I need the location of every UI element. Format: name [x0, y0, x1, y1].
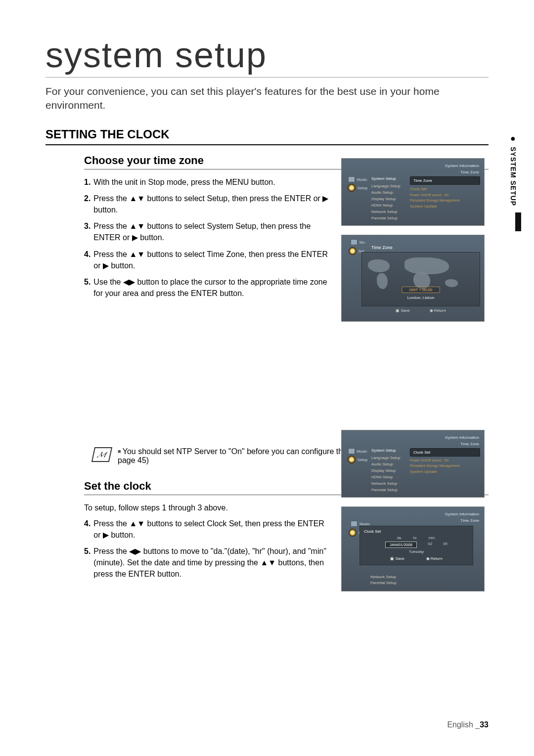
screenshot-timezone-map: Mu Set Time Zone GMT + 00:00 London, Lis… [341, 235, 485, 322]
step-text: Press the ◀▶ buttons to move to "da."(da… [93, 546, 331, 580]
col-label: da. [397, 536, 402, 540]
menu-item: Power On/Off sound : On [410, 193, 480, 197]
menu-item: Power On/Off sound : On [410, 459, 480, 462]
weekday: Tuesday [364, 549, 469, 554]
step-text: Use the ◀▶ button to place the cursor to… [93, 276, 331, 299]
selected-item: Time Zone [410, 176, 480, 185]
side-bar-marker [515, 212, 521, 231]
screenshot-clockset-menu: System Information Time Zone Music Setup… [341, 430, 485, 498]
ui-label: Setup [357, 186, 368, 190]
menu-item: Persistent Storage Management [410, 464, 480, 467]
world-map: GMT + 00:00 London, Lisbon [361, 252, 480, 306]
menu-item: System Update [410, 204, 480, 209]
screenshot-timezone-menu: System Information Time Zone Music Setup… [341, 158, 485, 226]
ui-label: Time Zone [460, 442, 479, 446]
gear-icon [349, 529, 356, 537]
menu-item: Display Setup [371, 197, 408, 201]
min-value: 05 [443, 542, 447, 548]
menu-item: Clock Set [410, 187, 480, 191]
ui-label: System Information [445, 512, 479, 516]
gear-icon [348, 456, 356, 463]
footer-page-number: 33 [480, 720, 489, 729]
menu-item: Network Setup [370, 575, 397, 579]
footer-language: English [447, 720, 473, 729]
note-icon: 𝓜 [91, 447, 112, 462]
music-icon [348, 448, 355, 454]
city-label: London, Lisbon [407, 295, 435, 300]
clockset-popup: Clock Set da. hr. min. JAN/01/2008 02 05… [359, 526, 473, 565]
page-title: system setup [45, 35, 489, 78]
col-label: min. [428, 536, 436, 540]
side-tab-label: SYSTEM SETUP [509, 147, 517, 206]
step-text: Press the ▲▼ buttons to select Time Zone… [93, 249, 331, 271]
section-setting-the-clock: SETTING THE CLOCK [45, 127, 489, 145]
menu-item: Parental Setup [371, 488, 408, 492]
music-icon [351, 521, 357, 527]
save-button: Save [390, 556, 404, 561]
gear-icon [348, 184, 356, 192]
page-footer: English _33 [447, 720, 489, 729]
col-label: hr. [413, 536, 418, 540]
step-text: With the unit in Stop mode, press the ME… [93, 176, 331, 188]
menu-item: Audio Setup [371, 190, 408, 195]
ui-label: Setup [357, 458, 368, 462]
bullet-icon: ● [510, 133, 516, 144]
step-text: Press the ▲▼ buttons to select System Se… [93, 220, 331, 243]
menu-item: Network Setup [371, 481, 408, 486]
set-clock-intro: To setup, follow steps 1 through 3 above… [84, 502, 331, 513]
ui-label: System Setup [371, 448, 408, 453]
return-button: Return [430, 308, 446, 313]
menu-item: Language Setup [371, 184, 408, 188]
ui-label: Music [357, 177, 367, 182]
menu-item: Parental Setup [370, 581, 397, 585]
music-icon [348, 176, 355, 182]
save-button: Save [396, 308, 409, 313]
gmt-indicator: GMT + 00:00 [402, 287, 440, 293]
gear-icon [349, 247, 356, 255]
menu-item: Network Setup [371, 210, 408, 214]
hour-value: 02 [428, 542, 432, 548]
menu-item: HDMI Setup [371, 203, 408, 208]
return-button: Return [426, 556, 443, 561]
music-icon [351, 239, 357, 245]
set-clock-steps: 4.Press the ▲▼ buttons to select Clock S… [84, 518, 331, 580]
menu-item: System Update [410, 469, 480, 474]
menu-item: Persistent Storage Management [410, 199, 480, 202]
ui-label: System Setup [371, 176, 408, 181]
page-intro: For your convenience, you can set this p… [45, 84, 489, 113]
selected-item: Clock Set [410, 448, 480, 457]
menu-item: Audio Setup [371, 462, 408, 466]
timezone-steps: 1.With the unit in Stop mode, press the … [84, 176, 331, 299]
ui-title: Time Zone [371, 245, 393, 250]
side-tab: ● SYSTEM SETUP [509, 133, 517, 206]
ui-label: System Information [445, 435, 479, 440]
ui-label: Music [357, 449, 367, 454]
menu-item: Language Setup [371, 456, 408, 460]
date-value: JAN/01/2008 [385, 542, 417, 548]
ui-label: Time Zone [460, 170, 479, 174]
step-text: Press the ▲▼ buttons to select Setup, th… [93, 193, 331, 215]
menu-item: HDMI Setup [371, 475, 408, 479]
menu-item: Parental Setup [371, 216, 408, 220]
ui-label: Time Zone [460, 518, 479, 523]
ui-label: System Information [445, 164, 479, 168]
step-text: Press the ▲▼ buttons to select Clock Set… [93, 518, 331, 541]
popup-title: Clock Set [364, 529, 469, 534]
menu-item: Display Setup [371, 468, 408, 473]
screenshot-clockset-popup: System Information Time Zone Music S Sys… [341, 506, 485, 591]
